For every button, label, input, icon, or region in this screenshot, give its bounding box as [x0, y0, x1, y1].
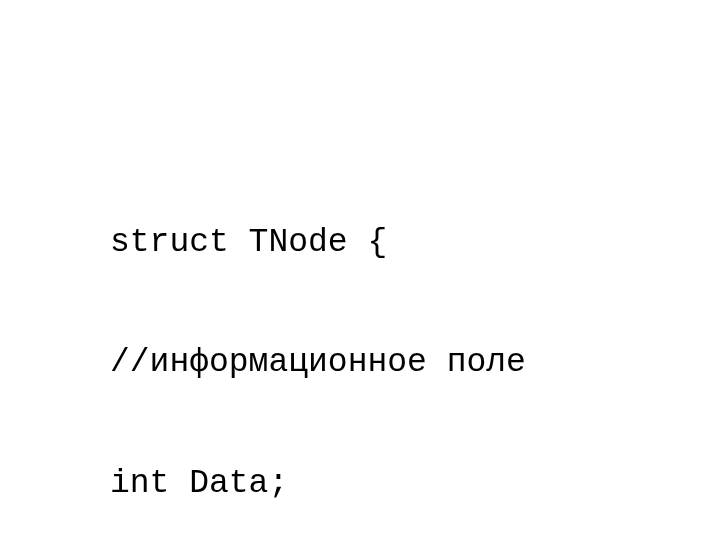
- code-line: struct TNode {: [110, 223, 526, 263]
- code-block: struct TNode { //информационное поле int…: [110, 142, 526, 540]
- code-line: //информационное поле: [110, 343, 526, 383]
- code-line: int Data;: [110, 464, 526, 504]
- slide: struct TNode { //информационное поле int…: [0, 0, 720, 540]
